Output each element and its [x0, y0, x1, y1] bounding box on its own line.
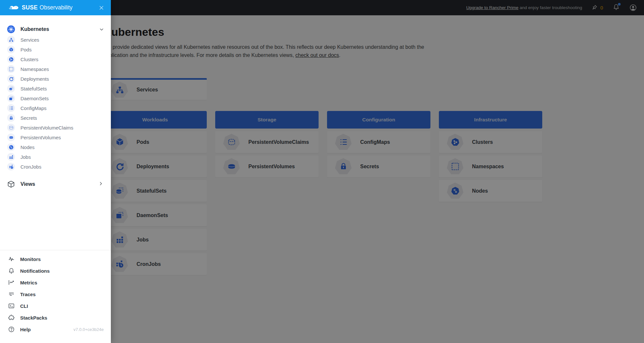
sidebar-item-label: Deployments: [20, 76, 49, 82]
sidebar-item-label: Notifications: [20, 268, 50, 274]
sidebar-item-badge: [7, 36, 15, 44]
services-icon: [9, 37, 14, 42]
sidebar-item-label: Metrics: [20, 280, 37, 285]
sidebar-item-badge: [7, 143, 15, 151]
sidebar-item-label: Pods: [20, 47, 32, 52]
daemonsets-icon: [9, 96, 14, 101]
help-icon: [8, 326, 15, 333]
sidebar-item-badge: [7, 94, 15, 102]
close-icon[interactable]: [99, 5, 104, 11]
sidebar-item-badge: [7, 163, 15, 171]
sidebar-item-label: Clusters: [20, 57, 38, 62]
clusters-icon: [9, 57, 14, 62]
secrets-icon: [9, 116, 14, 120]
sidebar-item-label: PersistentVolumes: [20, 135, 61, 140]
cli-icon: [8, 303, 15, 309]
suse-logo-icon: [9, 5, 19, 11]
sidebar-item-namespaces[interactable]: Namespaces: [0, 64, 111, 74]
sidebar-item-statefulsets[interactable]: StatefulSets: [0, 84, 111, 93]
nodes-icon: [9, 145, 14, 150]
sidebar-item-label: StatefulSets: [20, 86, 47, 91]
sidebar-item-badge: [7, 133, 15, 141]
sidebar-item-services[interactable]: Services: [0, 35, 111, 45]
sidebar-item-badge: [7, 75, 15, 83]
sidebar-item-kubernetes[interactable]: Kubernetes: [0, 24, 111, 35]
kubernetes-icon: [7, 25, 15, 34]
drawer-header: SUSE Observability: [0, 0, 111, 15]
configmaps-icon: [9, 106, 14, 111]
persistentvolumeclaims-icon: [9, 125, 14, 130]
sidebar-item-jobs[interactable]: Jobs: [0, 152, 111, 162]
drawer-bottom-section: Monitors Notifications Metrics Traces CL…: [0, 250, 111, 343]
sidebar-item-views[interactable]: Views: [0, 179, 111, 190]
sidebar-item-label: Monitors: [20, 256, 41, 262]
sidebar-item-label: StackPacks: [20, 315, 47, 321]
sidebar-item-secrets[interactable]: Secrets: [0, 113, 111, 123]
sidebar-item-daemonsets[interactable]: DaemonSets: [0, 93, 111, 103]
sidebar-item-label: Nodes: [20, 144, 34, 150]
brand-product: Observability: [40, 4, 72, 11]
version-label: v7.0.0+ce3b24e: [73, 327, 104, 332]
sidebar-item-cronjobs[interactable]: CronJobs: [0, 162, 111, 172]
sidebar-item-stackpacks[interactable]: StackPacks: [0, 312, 111, 323]
app-window: Upgrade to Rancher Prime and enjoy faste…: [0, 0, 644, 343]
sidebar-item-label: Namespaces: [20, 66, 49, 72]
sidebar-item-persistentvolumeclaims[interactable]: PersistentVolumeClaims: [0, 123, 111, 132]
sidebar-item-badge: [7, 114, 15, 122]
statefulsets-icon: [9, 86, 14, 91]
traces-icon: [8, 291, 15, 297]
kubernetes-subitems: Services Pods Clusters Namespaces Deploy…: [0, 35, 111, 172]
sidebar-item-label: ConfigMaps: [20, 105, 46, 111]
navigation-drawer: SUSE Observability Kubernetes Services P…: [0, 0, 111, 343]
sidebar-item-persistentvolumes[interactable]: PersistentVolumes: [0, 132, 111, 142]
sidebar-item-label: Help: [20, 327, 31, 332]
sidebar-item-badge: [7, 85, 15, 92]
chevron-right-icon: [99, 182, 104, 187]
monitors-icon: [8, 256, 15, 262]
sidebar-item-deployments[interactable]: Deployments: [0, 74, 111, 84]
sidebar-item-label: CLI: [20, 303, 28, 309]
sidebar-item-pods[interactable]: Pods: [0, 45, 111, 54]
notifications-icon: [8, 268, 15, 274]
sidebar-item-badge: [7, 153, 15, 161]
persistentvolumes-icon: [9, 135, 14, 140]
sidebar-item-cli[interactable]: CLI: [0, 300, 111, 312]
sidebar-item-label: Jobs: [20, 154, 31, 160]
sidebar-item-clusters[interactable]: Clusters: [0, 54, 111, 64]
sidebar-item-label: Services: [20, 37, 39, 43]
sidebar-item-badge: [7, 46, 15, 53]
metrics-icon: [8, 279, 15, 286]
stackpacks-icon: [8, 314, 15, 321]
views-cube-icon: [7, 180, 15, 188]
cronjobs-icon: [9, 164, 14, 169]
chevron-down-icon: [99, 27, 104, 32]
sidebar-item-badge: [7, 124, 15, 131]
sidebar-item-label: CronJobs: [20, 164, 41, 170]
pods-icon: [9, 47, 14, 52]
jobs-icon: [9, 155, 14, 159]
namespaces-icon: [9, 67, 14, 72]
sidebar-item-monitors[interactable]: Monitors: [0, 253, 111, 265]
sidebar-item-label: Traces: [20, 292, 36, 297]
sidebar-item-label: DaemonSets: [20, 96, 49, 101]
drawer-nav: Kubernetes Services Pods Clusters Namesp…: [0, 15, 111, 250]
sidebar-item-traces[interactable]: Traces: [0, 288, 111, 300]
sidebar-item-metrics[interactable]: Metrics: [0, 277, 111, 288]
deployments-icon: [9, 76, 14, 81]
sidebar-item-badge: [7, 104, 15, 112]
sidebar-item-label: PersistentVolumeClaims: [20, 125, 73, 130]
sidebar-item-badge: [7, 65, 15, 73]
sidebar-item-badge: [7, 55, 15, 63]
brand-suse: SUSE: [22, 4, 38, 11]
sidebar-item-configmaps[interactable]: ConfigMaps: [0, 103, 111, 113]
sidebar-item-label: Kubernetes: [20, 26, 49, 32]
sidebar-item-label: Views: [20, 181, 35, 187]
sidebar-item-notifications[interactable]: Notifications: [0, 265, 111, 277]
sidebar-item-nodes[interactable]: Nodes: [0, 142, 111, 152]
sidebar-item-label: Secrets: [20, 115, 37, 121]
